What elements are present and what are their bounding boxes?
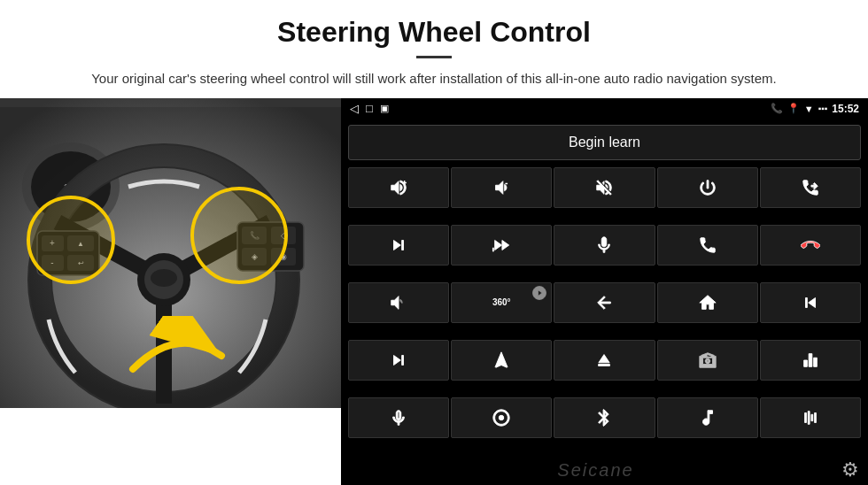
- ctrl-home[interactable]: [657, 282, 758, 323]
- ctrl-vol-up[interactable]: +: [348, 167, 449, 208]
- title-divider: [416, 56, 452, 58]
- page-title: Steering Wheel Control: [35, 16, 833, 49]
- svg-text:-: -: [506, 179, 508, 187]
- location-icon: 📍: [787, 103, 800, 114]
- android-head-unit: ◁ □ ▣ 📞 📍 ▼ ▪▪▪ 15:52 Begin learn: [341, 98, 868, 486]
- gear-icon[interactable]: ⚙: [841, 458, 859, 481]
- ctrl-next[interactable]: [348, 225, 449, 266]
- ctrl-equalizer[interactable]: [760, 340, 861, 381]
- ctrl-phone-prev[interactable]: [760, 167, 861, 208]
- ctrl-mic2[interactable]: [348, 397, 449, 438]
- ctrl-power[interactable]: [657, 167, 758, 208]
- begin-learn-section: Begin learn: [341, 119, 868, 166]
- ctrl-navigate[interactable]: [451, 340, 552, 381]
- battery-icon: ▪▪▪: [818, 104, 828, 113]
- status-bar-left: ◁ □ ▣: [350, 102, 389, 115]
- ctrl-mic[interactable]: [554, 225, 655, 266]
- ctrl-radio[interactable]: [657, 340, 758, 381]
- highlight-circle-right: [190, 187, 288, 284]
- ctrl-eject[interactable]: [554, 340, 655, 381]
- status-bar-right: 📞 📍 ▼ ▪▪▪ 15:52: [771, 103, 859, 115]
- status-bar: ◁ □ ▣ 📞 📍 ▼ ▪▪▪ 15:52: [341, 98, 868, 119]
- page-container: Steering Wheel Control Your original car…: [0, 0, 868, 485]
- recents-icon[interactable]: ▣: [380, 103, 389, 114]
- ctrl-rewind[interactable]: [760, 282, 861, 323]
- content-row: 120: [0, 98, 868, 486]
- clock: 15:52: [832, 103, 859, 115]
- seicane-watermark: Seicane: [350, 460, 841, 481]
- begin-learn-button[interactable]: Begin learn: [348, 125, 861, 160]
- ctrl-vol-down[interactable]: -: [451, 167, 552, 208]
- subtitle: Your original car's steering wheel contr…: [80, 69, 788, 89]
- ctrl-music[interactable]: [657, 397, 758, 438]
- back-icon[interactable]: ◁: [350, 102, 359, 115]
- home-icon[interactable]: □: [366, 102, 373, 115]
- ctrl-bluetooth[interactable]: [554, 397, 655, 438]
- ctrl-fast-forward[interactable]: [451, 225, 552, 266]
- controls-grid: + -: [341, 166, 868, 456]
- ctrl-speaker[interactable]: [348, 282, 449, 323]
- ctrl-360[interactable]: 360°: [451, 282, 552, 323]
- ctrl-skip-next[interactable]: [348, 340, 449, 381]
- svg-text:+: +: [403, 179, 407, 187]
- ctrl-hang-up[interactable]: [760, 225, 861, 266]
- ctrl-back[interactable]: [554, 282, 655, 323]
- ctrl-mute[interactable]: [554, 167, 655, 208]
- ctrl-sound-wave[interactable]: [760, 397, 861, 438]
- bottom-bar: Seicane ⚙: [341, 455, 868, 485]
- wifi-icon: ▼: [804, 104, 814, 114]
- highlight-circle-left: [27, 196, 115, 284]
- arrow-container: [124, 316, 230, 390]
- phone-signal-icon: 📞: [771, 103, 783, 114]
- ctrl-phone[interactable]: [657, 225, 758, 266]
- svg-point-34: [500, 415, 505, 420]
- svg-point-11: [151, 269, 177, 287]
- car-image-section: 120: [0, 98, 341, 408]
- arrow-svg: [124, 316, 230, 387]
- ctrl-settings[interactable]: [451, 397, 552, 438]
- header-section: Steering Wheel Control Your original car…: [0, 0, 868, 98]
